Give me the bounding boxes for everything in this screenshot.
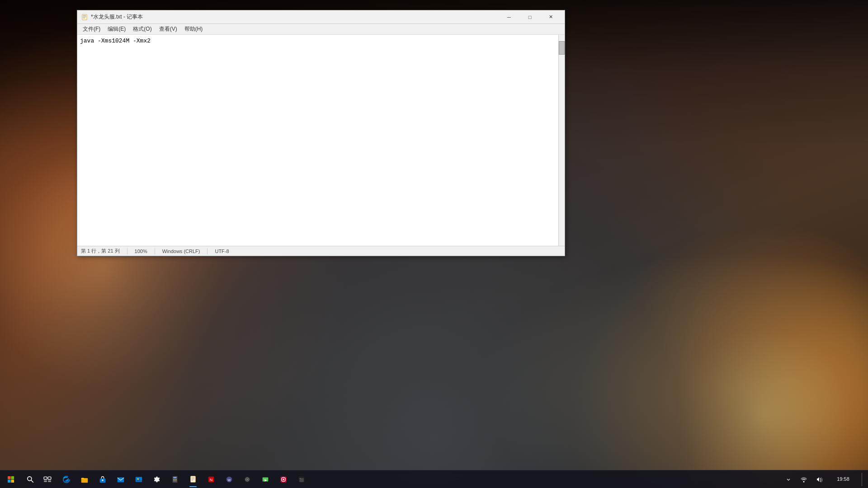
- svg-rect-17: [118, 477, 124, 482]
- notepad-textarea[interactable]: java -Xms1024M -Xmx2: [77, 35, 558, 246]
- svg-rect-25: [173, 480, 174, 481]
- svg-rect-28: [191, 476, 196, 482]
- svg-rect-11: [48, 477, 51, 479]
- status-position: 第 1 行，第 21 列: [81, 248, 120, 254]
- svg-rect-21: [173, 477, 176, 478]
- taskbar-icon-extra6[interactable]: ⬛: [293, 471, 310, 488]
- menu-help[interactable]: 帮助(H): [181, 24, 207, 34]
- taskbar-icon-extra2[interactable]: W: [221, 471, 238, 488]
- system-network[interactable]: [797, 471, 811, 488]
- window-title-text: *水龙头服.txt - 记事本: [91, 13, 499, 21]
- svg-rect-23: [175, 479, 175, 480]
- task-view-button[interactable]: [39, 471, 56, 488]
- start-button[interactable]: [0, 470, 22, 488]
- svg-text:⬛: ⬛: [299, 477, 304, 482]
- maximize-button[interactable]: □: [519, 10, 540, 24]
- show-desktop-button[interactable]: [862, 473, 864, 486]
- search-button[interactable]: [22, 471, 39, 488]
- status-line-ending: Windows (CRLF): [162, 249, 200, 254]
- svg-point-46: [803, 481, 805, 482]
- svg-text:W: W: [228, 478, 231, 482]
- status-separator-2: [155, 248, 155, 254]
- svg-rect-27: [176, 480, 177, 481]
- svg-rect-4: [8, 476, 11, 479]
- svg-rect-7: [11, 479, 14, 483]
- window-content: java -Xms1024M -Xmx2: [77, 35, 565, 246]
- clock-time: 19:58: [837, 476, 849, 483]
- svg-rect-6: [8, 479, 11, 483]
- menu-format[interactable]: 格式(O): [129, 24, 155, 34]
- close-button[interactable]: ✕: [540, 10, 561, 24]
- taskbar-icon-store[interactable]: [94, 471, 111, 488]
- window-statusbar: 第 1 行，第 21 列 100% Windows (CRLF) UTF-8: [77, 246, 565, 256]
- taskbar-icon-mail[interactable]: [112, 471, 129, 488]
- status-separator-1: [127, 248, 127, 254]
- menu-view[interactable]: 查看(V): [156, 24, 181, 34]
- taskbar-icon-edge[interactable]: [58, 471, 75, 488]
- taskbar-icon-extra1[interactable]: N: [203, 471, 220, 488]
- taskbar-icon-photos[interactable]: [130, 471, 147, 488]
- taskbar-icon-settings[interactable]: [148, 471, 165, 488]
- svg-rect-22: [173, 479, 174, 480]
- taskbar-icon-extra3[interactable]: [239, 471, 256, 488]
- menu-edit[interactable]: 编辑(E): [104, 24, 129, 34]
- svg-rect-10: [44, 477, 47, 479]
- svg-rect-18: [136, 477, 142, 482]
- taskbar-icon-extra5[interactable]: [275, 471, 292, 488]
- taskbar-icon-explorer[interactable]: [76, 471, 93, 488]
- taskbar-icon-calc[interactable]: [166, 471, 184, 488]
- taskbar-clock[interactable]: 19:58: [827, 476, 859, 483]
- scrollbar-thumb[interactable]: [559, 41, 565, 55]
- svg-rect-5: [11, 476, 14, 479]
- menu-file[interactable]: 文件(F): [79, 24, 104, 34]
- taskbar-system-tray: 19:58: [781, 470, 868, 488]
- scrollbar[interactable]: [558, 35, 565, 246]
- minimize-button[interactable]: ─: [499, 10, 519, 24]
- svg-rect-12: [44, 480, 47, 482]
- svg-text:N: N: [210, 477, 213, 482]
- system-chevron[interactable]: [781, 471, 796, 488]
- notepad-window: *水龙头服.txt - 记事本 ─ □ ✕ 文件(F) 编辑(E) 格式(O) …: [77, 10, 565, 256]
- svg-point-38: [246, 479, 248, 480]
- taskbar: N W ▶: [0, 470, 868, 488]
- status-zoom: 100%: [135, 249, 147, 254]
- svg-line-9: [31, 480, 33, 482]
- svg-rect-26: [175, 480, 175, 481]
- svg-point-8: [28, 476, 32, 480]
- taskbar-icon-extra4[interactable]: ▶: [257, 471, 274, 488]
- taskbar-pinned-apps: N W ▶: [58, 470, 310, 488]
- svg-point-43: [283, 479, 284, 480]
- svg-point-16: [102, 479, 104, 481]
- window-menubar: 文件(F) 编辑(E) 格式(O) 查看(V) 帮助(H): [77, 24, 565, 35]
- status-separator-3: [207, 248, 208, 254]
- window-controls: ─ □ ✕: [499, 10, 561, 24]
- svg-point-19: [137, 478, 139, 480]
- window-titlebar[interactable]: *水龙头服.txt - 记事本 ─ □ ✕: [77, 10, 565, 24]
- system-volume[interactable]: [812, 471, 826, 488]
- taskbar-icon-notepad[interactable]: [184, 471, 202, 488]
- svg-rect-0: [82, 14, 87, 19]
- svg-rect-13: [48, 480, 51, 482]
- notepad-title-icon: [81, 14, 88, 21]
- svg-rect-24: [176, 479, 177, 480]
- status-encoding: UTF-8: [215, 249, 229, 254]
